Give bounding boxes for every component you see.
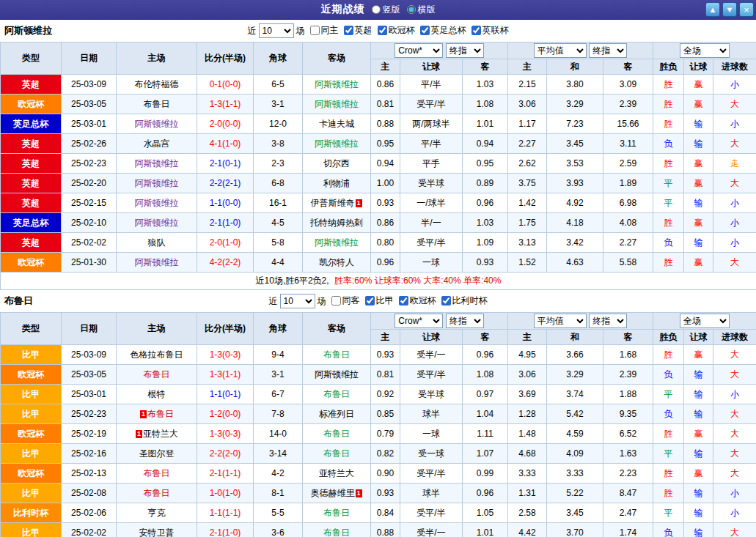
home-team[interactable]: 亨克: [117, 503, 197, 523]
home-team-name[interactable]: 水晶宫: [144, 138, 170, 149]
checkbox-input[interactable]: [420, 26, 430, 35]
away-team-name[interactable]: 阿斯顿维拉: [315, 99, 359, 109]
match-count-select[interactable]: 10: [280, 294, 315, 308]
home-team-name[interactable]: 布鲁日: [144, 99, 170, 109]
bookmaker-select[interactable]: Crow*: [394, 43, 443, 58]
away-team[interactable]: 切尔西: [303, 154, 371, 174]
home-team-name[interactable]: 布鲁日: [144, 488, 170, 498]
bookmaker-select[interactable]: Crow*: [394, 314, 443, 328]
home-team-name[interactable]: 布鲁日: [147, 409, 174, 419]
match-count-select[interactable]: 10: [259, 23, 294, 38]
away-team[interactable]: 阿斯顿维拉: [303, 233, 371, 253]
match-score[interactable]: 2-1(0-1): [197, 154, 254, 174]
average-stage-select[interactable]: 终指: [589, 43, 627, 58]
home-team-name[interactable]: 根特: [148, 389, 166, 399]
match-score[interactable]: 1-3(1-1): [197, 365, 254, 385]
home-team[interactable]: 阿斯顿维拉: [117, 213, 197, 233]
home-team[interactable]: 阿斯顿维拉: [117, 174, 197, 193]
away-team[interactable]: 布鲁日: [303, 385, 371, 404]
away-team-name[interactable]: 阿斯顿维拉: [315, 237, 359, 248]
checkbox-input[interactable]: [310, 26, 320, 35]
away-team-name[interactable]: 布鲁日: [323, 527, 350, 537]
home-team[interactable]: 布鲁日: [117, 95, 197, 114]
away-team[interactable]: 托特纳姆热刺: [303, 213, 371, 233]
home-team[interactable]: 1亚特兰大: [117, 424, 197, 444]
checkbox-input[interactable]: [344, 26, 353, 35]
radio-horizontal-input[interactable]: [407, 5, 416, 14]
odds-stage-select[interactable]: 终指: [446, 43, 484, 58]
away-team[interactable]: 阿斯顿维拉: [303, 95, 371, 114]
checkbox-input[interactable]: [331, 296, 341, 305]
home-team[interactable]: 布鲁日: [117, 365, 197, 385]
move-up-button[interactable]: ▲: [705, 2, 720, 17]
match-score[interactable]: 1-3(0-3): [197, 424, 254, 444]
away-team[interactable]: 亚特兰大: [303, 464, 371, 484]
home-team-name[interactable]: 安特卫普: [139, 527, 175, 537]
away-team[interactable]: 布鲁日: [303, 424, 371, 444]
away-team-name[interactable]: 凯尔特人: [319, 257, 354, 267]
match-score[interactable]: 4-2(2-2): [197, 253, 254, 273]
match-scope-select[interactable]: 全场: [680, 314, 730, 328]
match-score[interactable]: 1-1(1-1): [197, 503, 254, 523]
match-score[interactable]: 0-1(0-0): [197, 75, 254, 95]
away-team-name[interactable]: 奥德赫维里: [311, 488, 355, 498]
away-team-name[interactable]: 阿斯顿维拉: [315, 138, 359, 149]
away-team[interactable]: 布鲁日: [303, 523, 371, 537]
match-score[interactable]: 1-2(0-0): [197, 404, 254, 424]
away-team[interactable]: 布鲁日: [303, 503, 371, 523]
home-team-name[interactable]: 圣图尔登: [139, 448, 175, 459]
layout-radio-horizontal[interactable]: 横版: [407, 4, 436, 16]
average-select[interactable]: 平均值: [534, 43, 587, 58]
home-team[interactable]: 狼队: [117, 233, 197, 253]
away-team-name[interactable]: 利物浦: [323, 178, 350, 188]
home-team-name[interactable]: 布鲁日: [144, 468, 170, 478]
filter-checkbox-同主[interactable]: 同主: [310, 24, 339, 37]
radio-vertical-input[interactable]: [372, 5, 381, 14]
home-team[interactable]: 布鲁日: [117, 464, 197, 484]
home-team-name[interactable]: 亚特兰大: [143, 429, 178, 439]
home-team[interactable]: 根特: [117, 385, 197, 404]
home-team[interactable]: 色格拉布鲁日: [117, 345, 197, 365]
away-team-name[interactable]: 布鲁日: [323, 389, 350, 399]
home-team[interactable]: 布伦特福德: [117, 75, 197, 95]
odds-stage-select[interactable]: 终指: [446, 314, 484, 328]
match-score[interactable]: 2-1(1-1): [197, 464, 254, 484]
away-team[interactable]: 伊普斯维奇1: [303, 193, 371, 213]
match-score[interactable]: 2-2(2-0): [197, 444, 254, 464]
checkbox-input[interactable]: [441, 296, 451, 305]
match-score[interactable]: 1-1(0-0): [197, 193, 254, 213]
home-team[interactable]: 阿斯顿维拉: [117, 154, 197, 174]
away-team[interactable]: 阿斯顿维拉: [303, 134, 371, 154]
away-team-name[interactable]: 布鲁日: [323, 508, 350, 518]
checkbox-input[interactable]: [399, 296, 408, 305]
home-team[interactable]: 布鲁日: [117, 484, 197, 503]
filter-checkbox-英超[interactable]: 英超: [344, 24, 373, 37]
match-score[interactable]: 1-0(1-0): [197, 484, 254, 503]
match-score[interactable]: 1-1(0-1): [197, 385, 254, 404]
home-team-name[interactable]: 阿斯顿维拉: [135, 218, 179, 228]
checkbox-input[interactable]: [471, 26, 481, 35]
away-team[interactable]: 布鲁日: [303, 444, 371, 464]
away-team-name[interactable]: 托特纳姆热刺: [310, 218, 363, 228]
filter-checkbox-英联杯[interactable]: 英联杯: [471, 24, 509, 37]
match-score[interactable]: 2-1(1-0): [197, 523, 254, 537]
close-button[interactable]: ×: [739, 2, 754, 17]
away-team[interactable]: 卡迪夫城: [303, 114, 371, 134]
layout-radio-vertical[interactable]: 竖版: [372, 4, 400, 16]
away-team[interactable]: 奥德赫维里1: [303, 484, 371, 503]
home-team-name[interactable]: 狼队: [148, 237, 166, 248]
filter-checkbox-比利时杯[interactable]: 比利时杯: [441, 295, 488, 307]
match-score[interactable]: 2-0(0-0): [197, 114, 254, 134]
home-team-name[interactable]: 色格拉布鲁日: [131, 349, 183, 360]
away-team-name[interactable]: 卡迪夫城: [319, 119, 354, 129]
away-team-name[interactable]: 切尔西: [323, 158, 350, 168]
average-stage-select[interactable]: 终指: [589, 314, 627, 328]
away-team-name[interactable]: 布鲁日: [323, 429, 350, 439]
home-team-name[interactable]: 阿斯顿维拉: [135, 158, 179, 168]
filter-checkbox-同客[interactable]: 同客: [331, 295, 360, 307]
checkbox-input[interactable]: [378, 26, 387, 35]
away-team[interactable]: 阿斯顿维拉: [303, 75, 371, 95]
home-team-name[interactable]: 阿斯顿维拉: [135, 198, 179, 208]
away-team[interactable]: 标准列日: [303, 404, 371, 424]
home-team-name[interactable]: 亨克: [148, 508, 166, 518]
